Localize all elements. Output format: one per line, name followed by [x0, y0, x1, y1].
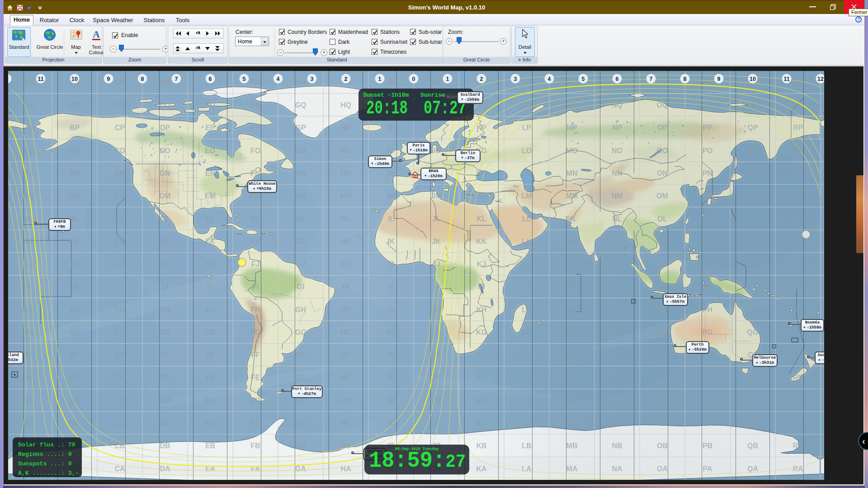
svg-text:FB: FB — [250, 442, 260, 450]
svg-text:CM: CM — [114, 192, 126, 200]
svg-text:PP: PP — [703, 124, 712, 131]
svg-text:DR: DR — [160, 79, 170, 86]
svg-text:IG: IG — [387, 328, 395, 336]
svg-text:JM: JM — [431, 192, 441, 200]
svg-text:8: 8 — [684, 76, 687, 82]
svg-text:PI: PI — [704, 283, 711, 291]
svg-text:KJ: KJ — [477, 260, 486, 268]
svg-text:GG: GG — [295, 328, 307, 336]
svg-text:EI: EI — [207, 283, 213, 291]
svg-text:RJ: RJ — [793, 260, 802, 268]
svg-text:QG: QG — [747, 328, 759, 336]
svg-text:NB: NB — [612, 442, 622, 450]
svg-text:7: 7 — [175, 76, 178, 82]
svg-text:KH: KH — [476, 306, 486, 314]
svg-text:GO: GO — [295, 147, 307, 155]
svg-text:MM: MM — [566, 192, 578, 200]
svg-text:DJ: DJ — [160, 260, 170, 268]
svg-text:CF: CF — [115, 351, 125, 359]
svg-text:11: 11 — [38, 76, 43, 82]
svg-text:EF: EF — [206, 351, 215, 359]
svg-text:QO: QO — [747, 147, 759, 155]
svg-text:BM: BM — [69, 192, 80, 200]
svg-text:AC: AC — [24, 419, 35, 427]
svg-text:QM: QM — [747, 192, 759, 200]
svg-text:IH: IH — [387, 306, 395, 314]
svg-text:CC: CC — [114, 419, 125, 427]
svg-text:IJ: IJ — [388, 260, 394, 268]
svg-text:DM: DM — [160, 192, 171, 200]
svg-text:MD: MD — [566, 397, 578, 404]
svg-text:AF: AF — [24, 351, 34, 359]
svg-text:HE: HE — [341, 374, 351, 381]
svg-text:MJ: MJ — [567, 260, 577, 268]
svg-text:LJ: LJ — [523, 260, 531, 268]
svg-text:LF: LF — [522, 351, 531, 359]
svg-text:QI: QI — [749, 283, 757, 291]
svg-text:EL: EL — [206, 215, 215, 223]
svg-text:IP: IP — [387, 124, 394, 131]
svg-text:BO: BO — [69, 147, 80, 155]
svg-text:EC: EC — [205, 419, 216, 427]
svg-text:NH: NH — [612, 306, 622, 314]
svg-text:FD: FD — [250, 397, 260, 404]
svg-text:BQ: BQ — [69, 101, 80, 109]
svg-text:1: 1 — [446, 76, 449, 82]
svg-text:RF: RF — [793, 351, 803, 359]
svg-text:11: 11 — [783, 76, 789, 82]
svg-text:DP: DP — [160, 124, 170, 131]
svg-text:KE: KE — [476, 374, 487, 381]
svg-text:QP: QP — [747, 124, 758, 131]
svg-text:KD: KD — [476, 397, 486, 404]
svg-text:KL: KL — [476, 215, 486, 223]
svg-text:EG: EG — [205, 328, 215, 336]
svg-text:GE: GE — [295, 374, 306, 381]
svg-text:DI: DI — [161, 283, 169, 291]
svg-text:JI: JI — [433, 283, 439, 291]
svg-text:FF: FF — [251, 351, 260, 359]
svg-text:RE: RE — [793, 374, 803, 381]
svg-text:BL: BL — [70, 215, 80, 223]
svg-text:LI: LI — [524, 283, 530, 291]
svg-text:FM: FM — [250, 192, 260, 200]
svg-text:OL: OL — [657, 215, 667, 223]
svg-text:OD: OD — [657, 397, 668, 404]
svg-text:OP: OP — [657, 124, 667, 131]
svg-text:RO: RO — [793, 147, 803, 155]
svg-text:HF: HF — [341, 351, 351, 359]
svg-text:JR: JR — [432, 79, 441, 86]
svg-text:OK: OK — [657, 238, 668, 245]
svg-text:HO: HO — [340, 147, 351, 155]
svg-text:PG: PG — [702, 328, 712, 336]
svg-text:NG: NG — [612, 328, 623, 336]
svg-text:AI: AI — [26, 283, 33, 291]
svg-text:OC: OC — [657, 419, 668, 427]
svg-text:6: 6 — [209, 76, 212, 82]
svg-text:GI: GI — [297, 283, 305, 291]
svg-text:NF: NF — [612, 351, 622, 359]
svg-text:FL: FL — [251, 215, 260, 223]
svg-text:NK: NK — [612, 238, 623, 245]
svg-text:HG: HG — [340, 328, 351, 336]
svg-text:HQ: HQ — [340, 101, 351, 109]
svg-text:RL: RL — [793, 215, 803, 223]
svg-text:ME: ME — [566, 374, 577, 381]
svg-text:RM: RM — [793, 192, 804, 200]
svg-text:PD: PD — [703, 397, 712, 404]
svg-text:GH: GH — [295, 306, 306, 314]
svg-text:HN: HN — [340, 169, 351, 177]
svg-text:PK: PK — [703, 238, 713, 245]
svg-text:NM: NM — [612, 192, 623, 200]
svg-text:LE: LE — [522, 374, 532, 381]
svg-text:RK: RK — [793, 238, 803, 245]
svg-text:ID: ID — [387, 397, 395, 404]
svg-text:QE: QE — [747, 374, 758, 381]
svg-text:BE: BE — [70, 374, 80, 381]
svg-text:GB: GB — [295, 442, 306, 450]
svg-text:1: 1 — [378, 76, 382, 82]
svg-text:CO: CO — [114, 147, 125, 155]
svg-text:7: 7 — [650, 76, 653, 82]
svg-text:2: 2 — [480, 76, 483, 82]
svg-text:FI: FI — [252, 283, 259, 291]
svg-text:LH: LH — [522, 306, 531, 314]
